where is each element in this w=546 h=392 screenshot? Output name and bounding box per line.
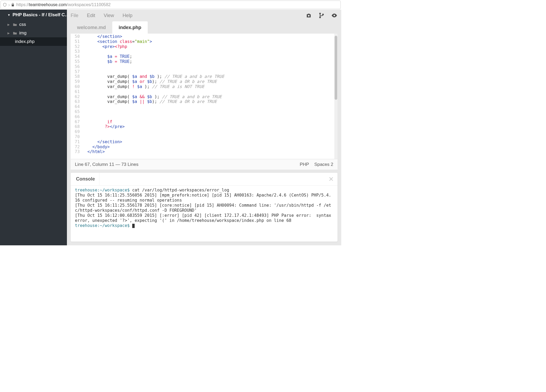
code-line[interactable]: 69: [71, 129, 338, 134]
code-line[interactable]: 52 <pre><?php: [71, 44, 338, 49]
code-content[interactable]: </section>: [82, 34, 338, 39]
code-content[interactable]: [82, 104, 338, 109]
line-number: 69: [71, 129, 82, 134]
code-content[interactable]: [82, 49, 338, 54]
line-number: 60: [71, 84, 82, 89]
menu-view[interactable]: View: [104, 13, 114, 18]
code-line[interactable]: 53: [71, 49, 338, 54]
eye-icon[interactable]: [331, 12, 338, 19]
code-content[interactable]: </html>: [82, 149, 338, 154]
code-content[interactable]: $a = TRUE;: [82, 54, 338, 59]
browser-address-bar[interactable]: › https://teamtreehouse.com/workspaces/1…: [1, 1, 341, 9]
code-content[interactable]: var_dump( $a || $b); // TRUE a OR b are …: [82, 99, 338, 104]
chevron-down-icon: ▼: [7, 13, 10, 17]
lock-icon: [11, 3, 15, 7]
code-line[interactable]: 55 $b = TRUE;: [71, 59, 338, 64]
console-body[interactable]: treehouse:~/workspace$ cat /var/log/http…: [71, 186, 338, 242]
code-content[interactable]: var_dump( $a or $b); // TRUE a OR b are …: [82, 79, 338, 84]
code-line[interactable]: 64: [71, 104, 338, 109]
code-line[interactable]: 60 var_dump( ! $a ); // TRUE a is NOT TR…: [71, 84, 338, 89]
tree-item-index-php[interactable]: index.php: [0, 37, 67, 46]
line-number: 73: [71, 149, 82, 154]
language-indicator[interactable]: PHP: [300, 162, 309, 167]
code-content[interactable]: [82, 109, 338, 114]
code-content[interactable]: var_dump( $a and $b ); // TRUE a and b a…: [82, 74, 338, 79]
code-area[interactable]: 50 </section>51 <section class="main">52…: [71, 34, 338, 159]
workspace-root: ▼ PHP Basics - If / ElseIf C… ▶css▶imgin…: [0, 10, 341, 245]
line-number: 58: [71, 74, 82, 79]
code-content[interactable]: </body>: [82, 145, 338, 150]
code-line[interactable]: 50 </section>: [71, 34, 338, 39]
url-text[interactable]: https://teamtreehouse.com/workspaces/111…: [16, 2, 111, 7]
console-panel: Console ✕ treehouse:~/workspace$ cat /va…: [71, 173, 338, 242]
code-line[interactable]: 63 var_dump( $a || $b); // TRUE a OR b a…: [71, 99, 338, 104]
code-content[interactable]: if: [82, 119, 338, 125]
code-content[interactable]: </section>: [82, 139, 338, 145]
indent-indicator[interactable]: Spaces 2: [314, 162, 333, 167]
branch-icon[interactable]: [318, 12, 325, 19]
menu-help[interactable]: Help: [123, 13, 133, 18]
menu-file[interactable]: File: [71, 13, 78, 18]
tab-index-php[interactable]: index.php: [112, 21, 148, 34]
editor-tab-row: welcome.mdindex.php: [67, 21, 341, 34]
code-line[interactable]: 71 </section>: [71, 139, 338, 145]
code-content[interactable]: [82, 134, 338, 139]
console-line: treehouse:~/workspace$ cat /var/log/http…: [75, 188, 333, 193]
console-line: [Thu Oct 15 16:11:25.556056 2015] [mpm_p…: [75, 193, 333, 203]
camera-icon[interactable]: [306, 12, 312, 19]
code-line[interactable]: 59 var_dump( $a or $b); // TRUE a OR b a…: [71, 79, 338, 84]
tree-item-css[interactable]: ▶css: [0, 20, 67, 29]
shield-icon: [2, 2, 7, 7]
code-line[interactable]: 57: [71, 69, 338, 74]
code-line[interactable]: 54 $a = TRUE;: [71, 54, 338, 59]
code-line[interactable]: 66: [71, 114, 338, 119]
folder-icon: [13, 31, 17, 35]
code-content[interactable]: [82, 64, 338, 69]
line-number: 57: [71, 69, 82, 74]
code-line[interactable]: 67 if: [71, 119, 338, 125]
code-content[interactable]: [82, 114, 338, 119]
code-content[interactable]: var_dump( $a && $b ); // TRUE a and b ar…: [82, 94, 338, 99]
code-content[interactable]: <pre><?php: [82, 44, 338, 49]
code-content[interactable]: <section class="main">: [82, 39, 338, 44]
code-line[interactable]: 68 ?></pre>: [71, 124, 338, 129]
menubar: FileEditViewHelp: [67, 10, 341, 21]
code-line[interactable]: 72 </body>: [71, 145, 338, 150]
svg-point-4: [334, 15, 335, 16]
tree-item-label: css: [19, 22, 26, 27]
line-number: 67: [71, 119, 82, 125]
project-title[interactable]: ▼ PHP Basics - If / ElseIf C…: [0, 10, 67, 20]
menu-edit[interactable]: Edit: [87, 13, 95, 18]
code-line[interactable]: 70: [71, 134, 338, 139]
console-line: [Thu Oct 15 16:11:25.556178 2015] [core:…: [75, 203, 333, 213]
line-number: 56: [71, 64, 82, 69]
tab-welcome-md[interactable]: welcome.md: [71, 21, 112, 34]
scrollbar-thumb[interactable]: [335, 36, 337, 100]
line-number: 64: [71, 104, 82, 109]
code-line[interactable]: 58 var_dump( $a and $b ); // TRUE a and …: [71, 74, 338, 79]
code-content[interactable]: $b = TRUE;: [82, 59, 338, 64]
code-content[interactable]: [82, 69, 338, 74]
code-content[interactable]: ?></pre>: [82, 124, 338, 129]
line-number: 52: [71, 44, 82, 49]
code-line[interactable]: 65: [71, 109, 338, 114]
svg-point-1: [320, 13, 321, 14]
editor-scrollbar[interactable]: [334, 34, 338, 159]
code-line[interactable]: 73 </html>: [71, 149, 338, 154]
console-tab[interactable]: Console: [71, 173, 99, 185]
cursor-position: Line 67, Column 11 — 73 Lines: [75, 162, 138, 167]
line-number: 66: [71, 114, 82, 119]
code-line[interactable]: 56: [71, 64, 338, 69]
svg-point-3: [323, 14, 324, 15]
tree-item-img[interactable]: ▶img: [0, 29, 67, 37]
code-content[interactable]: [82, 89, 338, 94]
close-icon[interactable]: ✕: [328, 175, 334, 183]
line-number: 59: [71, 79, 82, 84]
code-line[interactable]: 62 var_dump( $a && $b ); // TRUE a and b…: [71, 94, 338, 99]
code-line[interactable]: 51 <section class="main">: [71, 39, 338, 44]
line-number: 68: [71, 124, 82, 129]
chevron-right-icon: ▶: [7, 31, 11, 35]
code-content[interactable]: [82, 129, 338, 134]
code-line[interactable]: 61: [71, 89, 338, 94]
code-content[interactable]: var_dump( ! $a ); // TRUE a is NOT TRUE: [82, 84, 338, 89]
